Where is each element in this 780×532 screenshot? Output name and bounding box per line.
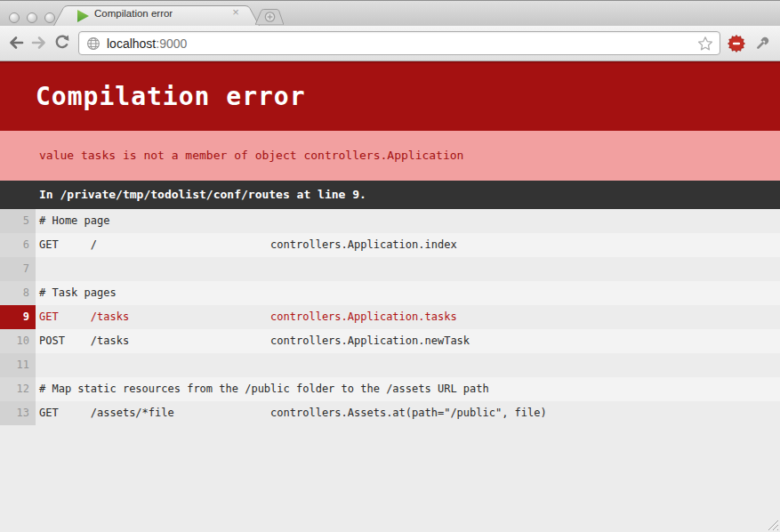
code-line: 9 GET /tasks controllers.Application.tas… <box>0 305 780 329</box>
code-line: 13 GET /assets/*file controllers.Assets.… <box>0 401 780 425</box>
line-content: # Map static resources from the /public … <box>36 377 780 401</box>
url-port: :9000 <box>156 36 187 51</box>
window-titlebar: Compilation error × <box>0 0 780 26</box>
line-content: # Task pages <box>36 281 780 305</box>
tab-title: Compilation error <box>94 8 173 19</box>
new-tab-button[interactable] <box>255 9 284 25</box>
page-title: Compilation error <box>0 63 780 111</box>
url-host: localhost <box>107 36 156 51</box>
line-number: 5 <box>0 209 36 233</box>
line-content <box>36 257 780 281</box>
line-number: 12 <box>0 377 36 401</box>
url-text: localhost:9000 <box>107 36 187 51</box>
code-line: 11 <box>0 353 780 377</box>
line-content: GET /tasks controllers.Application.tasks <box>36 305 780 329</box>
window-minimize-button[interactable] <box>27 12 37 23</box>
line-content: GET / controllers.Application.index <box>36 233 780 257</box>
line-number: 8 <box>0 281 36 305</box>
bookmark-star-icon[interactable] <box>697 36 713 52</box>
reload-button[interactable] <box>53 34 71 52</box>
back-button[interactable] <box>7 34 25 52</box>
code-line: 12 # Map static resources from the /publ… <box>0 377 780 401</box>
code-line: 5 # Home page <box>0 209 780 233</box>
error-header: Compilation error <box>0 61 780 131</box>
line-content <box>36 353 780 377</box>
line-number: 9 <box>0 305 36 329</box>
line-number: 7 <box>0 257 36 281</box>
line-number: 10 <box>0 329 36 353</box>
line-number: 6 <box>0 233 36 257</box>
play-framework-favicon-icon <box>77 10 89 22</box>
line-number: 13 <box>0 401 36 425</box>
forward-button[interactable] <box>30 34 48 52</box>
line-content: POST /tasks controllers.Application.newT… <box>36 329 780 353</box>
globe-icon <box>86 36 101 51</box>
code-line: 10 POST /tasks controllers.Application.n… <box>0 329 780 353</box>
address-bar[interactable]: localhost:9000 <box>78 31 720 55</box>
tab-close-icon[interactable]: × <box>229 6 242 19</box>
code-line: 8 # Task pages <box>0 281 780 305</box>
code-line: 7 <box>0 257 780 281</box>
line-number: 11 <box>0 353 36 377</box>
code-listing: 5 # Home page 6 GET / controllers.Applic… <box>0 209 780 425</box>
wrench-menu-icon[interactable] <box>754 36 770 52</box>
line-content: GET /assets/*file controllers.Assets.at(… <box>36 401 780 425</box>
error-message: value tasks is not a member of object co… <box>0 131 780 181</box>
window-resize-grip-icon[interactable] <box>765 517 779 531</box>
plus-icon <box>265 12 274 21</box>
code-line: 6 GET / controllers.Application.index <box>0 233 780 257</box>
extension-badge-icon[interactable] <box>728 35 745 52</box>
error-location: In /private/tmp/todolist/conf/routes at … <box>0 181 780 209</box>
window-close-button[interactable] <box>9 12 20 23</box>
browser-toolbar: localhost:9000 <box>0 26 780 61</box>
line-content: # Home page <box>36 209 780 233</box>
